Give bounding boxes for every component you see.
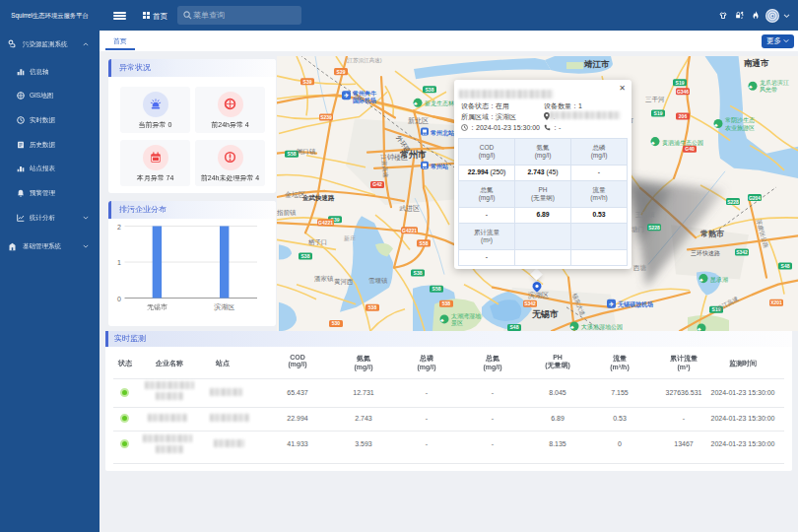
svg-text:(江苏沿江高速): (江苏沿江高速) bbox=[346, 57, 382, 64]
svg-text:栖子口: 栖子口 bbox=[307, 238, 327, 246]
svg-text:新北区: 新北区 bbox=[408, 116, 429, 125]
svg-text:206: 206 bbox=[679, 113, 688, 119]
svg-text:S342: S342 bbox=[524, 300, 536, 306]
svg-text:S38: S38 bbox=[414, 270, 423, 276]
svg-text:潘家镇: 潘家镇 bbox=[314, 275, 334, 283]
svg-text:王庄镇: 王庄镇 bbox=[635, 211, 655, 218]
svg-text:♣: ♣ bbox=[414, 100, 418, 106]
svg-text:新庄: 新庄 bbox=[344, 234, 356, 241]
svg-text:三干河: 三干河 bbox=[645, 96, 665, 103]
svg-text:S58: S58 bbox=[288, 151, 297, 157]
svg-text:S342: S342 bbox=[736, 249, 748, 255]
svg-text:风光带: 风光带 bbox=[760, 87, 777, 94]
svg-text:S39: S39 bbox=[303, 79, 312, 85]
svg-text:国际机场: 国际机场 bbox=[353, 97, 376, 104]
svg-text:常阴沙生态: 常阴沙生态 bbox=[725, 116, 755, 124]
svg-text:G40: G40 bbox=[685, 146, 695, 152]
svg-text:龙爪岩滨江: 龙爪岩滨江 bbox=[760, 79, 789, 87]
svg-text:G42: G42 bbox=[372, 181, 382, 187]
svg-text:♣: ♣ bbox=[749, 84, 753, 90]
svg-text:昆承湖: 昆承湖 bbox=[710, 276, 728, 284]
svg-text:♣: ♣ bbox=[699, 277, 703, 283]
svg-text:S228: S228 bbox=[648, 225, 660, 231]
svg-text:无锡市: 无锡市 bbox=[531, 308, 559, 319]
svg-text:S48: S48 bbox=[781, 263, 790, 269]
svg-text:♣: ♣ bbox=[440, 317, 444, 323]
svg-text:靖江市: 靖江市 bbox=[583, 59, 610, 69]
svg-text:滨湖区: 滨湖区 bbox=[214, 302, 234, 311]
svg-text:金武快速路: 金武快速路 bbox=[301, 194, 335, 202]
svg-text:G346: G346 bbox=[677, 89, 689, 95]
svg-text:无锡市: 无锡市 bbox=[147, 302, 167, 311]
svg-text:指前镇: 指前镇 bbox=[277, 209, 297, 216]
svg-text:S58: S58 bbox=[420, 240, 429, 246]
svg-text:G4221: G4221 bbox=[402, 228, 417, 233]
svg-text:常州奔牛: 常州奔牛 bbox=[353, 90, 377, 97]
svg-text:2: 2 bbox=[117, 224, 121, 231]
svg-text:常州站: 常州站 bbox=[431, 163, 449, 170]
svg-text:沿江高速: 沿江高速 bbox=[715, 295, 740, 312]
svg-text:农业旅游区: 农业旅游区 bbox=[725, 124, 755, 132]
svg-text:钟楼区: 钟楼区 bbox=[386, 154, 408, 162]
svg-text:雪堰镇: 雪堰镇 bbox=[368, 277, 388, 285]
svg-text:太湖湾湿地: 太湖湾湿地 bbox=[451, 312, 482, 319]
svg-text:闸口镇: 闸口镇 bbox=[297, 148, 316, 156]
svg-text:S29: S29 bbox=[337, 69, 346, 75]
svg-text:♣: ♣ bbox=[714, 121, 718, 127]
svg-text:黄河西: 黄河西 bbox=[334, 278, 354, 286]
svg-text:S239: S239 bbox=[320, 114, 332, 120]
svg-text:西塘: 西塘 bbox=[632, 264, 646, 272]
svg-text:南通市: 南通市 bbox=[744, 58, 769, 68]
svg-text:S19: S19 bbox=[654, 110, 663, 116]
svg-text:S38: S38 bbox=[301, 253, 310, 259]
svg-text:S38: S38 bbox=[426, 87, 434, 93]
svg-text:538: 538 bbox=[442, 300, 451, 306]
svg-text:无锡硕放机场: 无锡硕放机场 bbox=[617, 300, 653, 308]
svg-text:黄泗浦生态公园: 黄泗浦生态公园 bbox=[662, 139, 703, 147]
svg-text:0: 0 bbox=[117, 296, 121, 302]
svg-text:1: 1 bbox=[117, 259, 121, 266]
svg-text:大溪港湿地公园: 大溪港湿地公园 bbox=[581, 323, 623, 331]
svg-text:S58: S58 bbox=[432, 286, 441, 292]
svg-text:常熟市: 常熟市 bbox=[700, 229, 724, 238]
svg-text:三环快速路: 三环快速路 bbox=[691, 249, 720, 257]
svg-text:新龙生态林: 新龙生态林 bbox=[425, 100, 454, 106]
svg-text:X201: X201 bbox=[770, 299, 782, 305]
svg-text:塘门: 塘门 bbox=[632, 226, 644, 233]
svg-text:G204: G204 bbox=[749, 195, 761, 201]
svg-text:景区: 景区 bbox=[451, 319, 463, 326]
svg-text:538: 538 bbox=[368, 304, 377, 310]
svg-text:530: 530 bbox=[332, 320, 341, 326]
svg-text:♣: ♣ bbox=[651, 140, 655, 146]
svg-text:S48: S48 bbox=[510, 324, 519, 330]
svg-text:S19: S19 bbox=[676, 80, 685, 86]
svg-text:S228: S228 bbox=[727, 199, 739, 205]
svg-text:武进区: 武进区 bbox=[399, 205, 420, 213]
svg-text:常州北站: 常州北站 bbox=[431, 129, 455, 137]
svg-text:G4221: G4221 bbox=[318, 220, 333, 226]
svg-text:♣: ♣ bbox=[570, 324, 574, 330]
